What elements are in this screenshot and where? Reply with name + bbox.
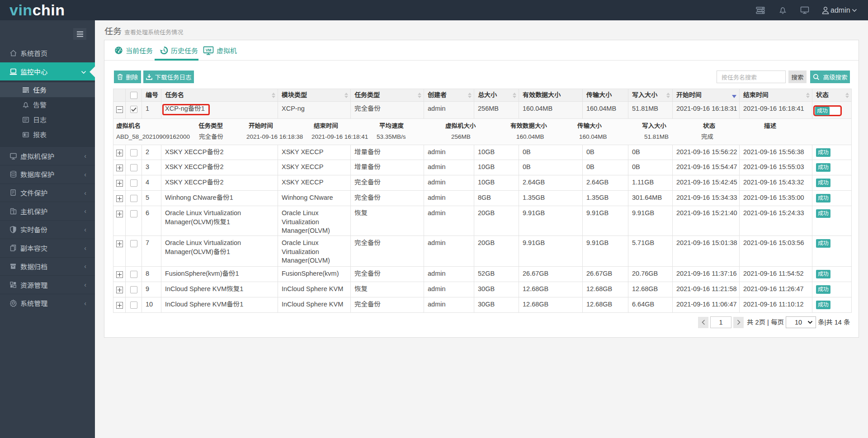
svg-text:VM: VM (206, 47, 212, 52)
